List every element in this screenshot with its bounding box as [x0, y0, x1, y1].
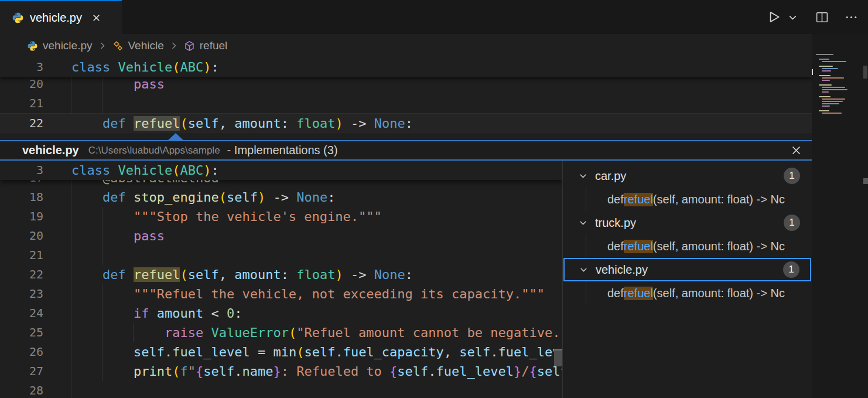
peek-results-tree: car.py1def refuel(self, amount: float) -…	[562, 161, 812, 398]
line-number[interactable]: 20	[0, 226, 56, 246]
code-text: """Refuel the vehicle, not exceeding its…	[56, 284, 562, 304]
code-line-22[interactable]: 22 def refuel(self, amount: float) -> No…	[0, 265, 562, 284]
result-match-truck.py[interactable]: def refuel(self, amount: float) -> Nc	[563, 234, 812, 258]
tab-close-icon[interactable]	[89, 10, 104, 25]
scrollbar-tick[interactable]	[863, 178, 868, 184]
result-file-car.py[interactable]: car.py1	[563, 164, 812, 188]
indent-guide	[102, 284, 102, 381]
code-text: """Stop the vehicle's engine."""	[56, 207, 562, 226]
tab-vehicle-py[interactable]: vehicle.py	[0, 0, 122, 34]
line-number[interactable]: 18	[0, 188, 56, 207]
editor-actions	[765, 0, 860, 34]
sticky-scroll-line[interactable]: 3class Vehicle(ABC):	[0, 57, 812, 77]
code-line-18[interactable]: 18 def stop_engine(self) -> None:	[0, 188, 562, 207]
breadcrumb-item-method[interactable]: refuel	[184, 39, 228, 52]
code-line-19[interactable]: 19 """Stop the vehicle's engine."""	[0, 207, 562, 226]
match-highlight: refuel	[134, 267, 180, 282]
run-icon[interactable]	[765, 8, 782, 26]
chevron-down-icon[interactable]	[578, 171, 588, 181]
peek-description: - Implementations (3)	[227, 144, 338, 157]
result-match-car.py[interactable]: def refuel(self, amount: float) -> Nc	[563, 188, 812, 211]
code-text	[56, 94, 812, 113]
chevron-right-icon	[98, 41, 107, 50]
code-line-24[interactable]: 24 if amount < 0:	[0, 304, 562, 323]
breadcrumb-label: Vehicle	[128, 39, 164, 52]
editor-scrollbar-thumb[interactable]	[863, 66, 867, 79]
python-icon	[12, 12, 24, 24]
line-number[interactable]: 27	[0, 362, 56, 381]
more-actions-icon[interactable]	[842, 8, 860, 26]
line-number[interactable]: 24	[0, 304, 56, 323]
indent-guide	[102, 207, 102, 265]
code-line-21[interactable]: 21	[0, 246, 562, 265]
code-line-23[interactable]: 23 """Refuel the vehicle, not exceeding …	[0, 284, 562, 304]
file-name: truck.py	[595, 216, 636, 230]
indent-guide	[71, 74, 71, 113]
breadcrumb-item-file[interactable]: vehicle.py	[27, 39, 93, 52]
line-number[interactable]: 21	[0, 246, 56, 265]
line-number[interactable]: 19	[0, 207, 56, 226]
method-symbol-icon	[184, 40, 195, 52]
chevron-down-icon[interactable]	[579, 265, 589, 275]
code-line-26[interactable]: 26 self.fuel_level = min(self.fuel_capac…	[0, 342, 562, 362]
peek-file-path: C:\Users\luabud\Apps\sample	[88, 145, 220, 157]
code-text: def stop_engine(self) -> None:	[56, 188, 562, 207]
code-text: def refuel(self, amount: float) -> None:	[56, 265, 562, 284]
code-text: if amount < 0:	[56, 304, 562, 323]
code-text	[56, 246, 562, 265]
code-line-27[interactable]: 27 print(f"{self.name}: Refueled to {sel…	[0, 362, 562, 381]
peek-header: vehicle.py C:\Users\luabud\Apps\sample -…	[0, 140, 812, 161]
file-name: car.py	[595, 169, 626, 183]
breadcrumb-item-class[interactable]: Vehicle	[112, 39, 164, 52]
peek-implementations-widget: vehicle.py C:\Users\luabud\Apps\sample -…	[0, 132, 812, 398]
code-line-21[interactable]: 21	[0, 94, 812, 113]
code-text: self.fuel_level = min(self.fuel_capacity…	[56, 342, 562, 362]
result-file-vehicle.py[interactable]: vehicle.py1	[563, 258, 811, 281]
code-line-22[interactable]: 22 def refuel(self, amount: float) -> No…	[0, 113, 812, 132]
main-editor: 20 pass2122 def refuel(self, amount: flo…	[0, 57, 812, 132]
split-editor-icon[interactable]	[813, 8, 831, 26]
line-number[interactable]: 22	[0, 114, 56, 132]
code-text: pass	[56, 74, 812, 94]
line-number[interactable]: 28	[0, 381, 56, 398]
line-number[interactable]: 20	[0, 74, 56, 94]
line-number[interactable]: 26	[0, 342, 56, 362]
result-count-badge: 1	[783, 261, 799, 278]
match-highlight: refuel	[624, 287, 653, 300]
code-line-28[interactable]: 28	[0, 381, 562, 398]
peek-editor-scrollbar-thumb[interactable]	[554, 349, 562, 366]
line-number[interactable]: 21	[0, 94, 56, 113]
chevron-down-icon[interactable]	[578, 218, 588, 228]
minimap-column	[812, 34, 868, 398]
code-text: print(f"{self.name}: Refueled to {self.f…	[56, 362, 562, 381]
line-number[interactable]: 25	[0, 323, 56, 342]
code-text: class Vehicle(ABC):	[56, 161, 562, 180]
code-line-25[interactable]: 25 raise ValueError("Refuel amount canno…	[0, 323, 562, 342]
run-dropdown-chevron-icon[interactable]	[784, 8, 801, 26]
file-name: vehicle.py	[596, 263, 648, 277]
peek-editor: 17 @abstractmethod18 def stop_engine(sel…	[0, 161, 562, 398]
line-number[interactable]: 22	[0, 265, 56, 284]
match-highlight: refuel	[624, 240, 653, 253]
breadcrumb-label: vehicle.py	[43, 39, 93, 52]
result-count-badge: 1	[784, 168, 800, 184]
class-symbol-icon	[112, 40, 124, 52]
peek-close-icon[interactable]	[787, 142, 805, 159]
code-text	[56, 381, 562, 398]
peek-arrow	[168, 133, 183, 140]
code-line-20[interactable]: 20 pass	[0, 74, 812, 94]
line-number[interactable]: 3	[0, 57, 56, 77]
line-number[interactable]: 3	[0, 161, 56, 180]
minimap[interactable]	[815, 53, 853, 118]
code-line-20[interactable]: 20 pass	[0, 226, 562, 246]
result-match-vehicle.py[interactable]: def refuel(self, amount: float) -> Nc	[563, 281, 812, 305]
sticky-scroll-line[interactable]: 3class Vehicle(ABC):	[0, 161, 562, 180]
code-text: def refuel(self, amount: float) -> None:	[56, 114, 812, 132]
indent-guide	[102, 74, 102, 113]
line-number[interactable]: 23	[0, 284, 56, 304]
vscode-window: vehicle.py	[0, 0, 868, 398]
match-highlight: refuel	[624, 193, 653, 206]
result-file-truck.py[interactable]: truck.py1	[563, 211, 812, 234]
indent-guide	[133, 323, 134, 342]
breadcrumb-label: refuel	[200, 39, 228, 52]
